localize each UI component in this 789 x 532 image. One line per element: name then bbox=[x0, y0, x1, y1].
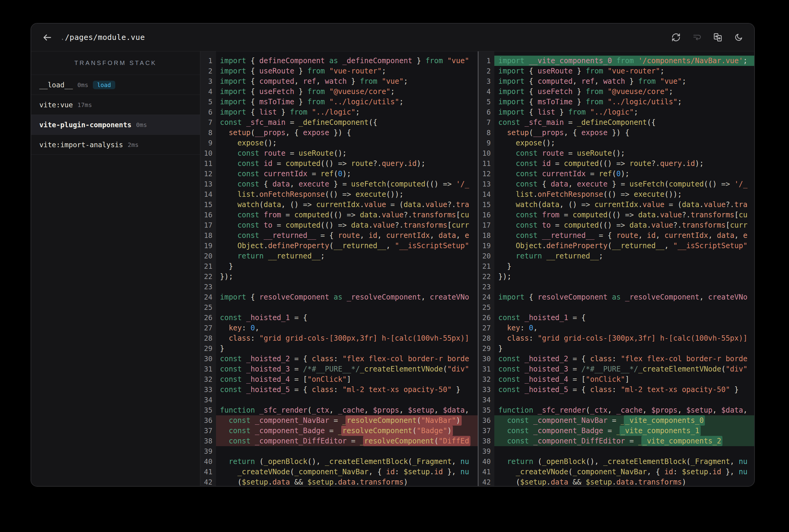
code-token: } bbox=[573, 98, 586, 106]
code-token bbox=[498, 252, 516, 260]
code-token: , bbox=[465, 406, 469, 414]
line-number: 9 bbox=[200, 138, 216, 148]
code-token: = bbox=[551, 221, 564, 229]
code-token: _openBlock bbox=[542, 457, 586, 466]
code-token: } bbox=[294, 87, 307, 96]
code-token: as bbox=[325, 57, 343, 65]
code-token: [ bbox=[447, 221, 452, 229]
side-by-side-diff-button[interactable] bbox=[713, 33, 722, 42]
line-number: 34 bbox=[479, 395, 494, 405]
code-token: data bbox=[638, 211, 656, 219]
code-token: "div" bbox=[447, 365, 469, 373]
code-token bbox=[220, 437, 229, 445]
code-token: ; bbox=[320, 252, 325, 260]
line-number: 10 bbox=[479, 148, 494, 158]
code-token: id bbox=[686, 159, 695, 168]
code-token: const bbox=[220, 375, 246, 384]
code-token: = bbox=[551, 159, 564, 168]
code-token: : bbox=[334, 385, 343, 394]
code-token bbox=[220, 221, 238, 229]
dark-mode-toggle-button[interactable] bbox=[734, 33, 743, 42]
code-token: , bbox=[421, 293, 430, 301]
code-token: } bbox=[498, 262, 511, 270]
code-token: useRoute bbox=[577, 149, 612, 157]
code-token: = bbox=[347, 437, 360, 445]
code-token: (() bbox=[325, 190, 343, 198]
line-number: 27 bbox=[479, 323, 494, 333]
code-panel-after[interactable]: 1import __vite_components_0 from '/compo… bbox=[478, 51, 754, 486]
code-token bbox=[220, 129, 229, 137]
code-token: (() bbox=[603, 190, 621, 198]
code-token: ( bbox=[607, 242, 612, 250]
code-token: { bbox=[251, 293, 259, 301]
code-token: data bbox=[551, 180, 568, 188]
code-token: /*#__PURE__*/ bbox=[303, 365, 360, 373]
code-text: const _hoisted_3 = /*#__PURE__*/_createE… bbox=[216, 364, 478, 374]
code-token: = bbox=[621, 180, 629, 188]
code-token: , bbox=[290, 180, 299, 188]
code-line: 41 _createVNode(_component_NavBar, { id:… bbox=[200, 467, 478, 477]
code-token: createVNo bbox=[430, 293, 469, 301]
code-token: _hoisted_5 bbox=[525, 385, 568, 394]
line-number: 21 bbox=[479, 261, 494, 271]
line-number: 6 bbox=[479, 107, 494, 117]
code-token: __returned__ bbox=[542, 231, 594, 240]
code-token: ( bbox=[686, 457, 691, 466]
code-token: . bbox=[647, 221, 651, 229]
line-number: 21 bbox=[200, 261, 216, 271]
code-token: (() bbox=[425, 180, 443, 188]
skip-transforms-button[interactable] bbox=[692, 33, 701, 42]
transform-stack-item-vite-import-analysis[interactable]: vite:import-analysis2ms bbox=[31, 135, 200, 155]
code-text: import { useRoute } from "vue-router"; bbox=[494, 66, 754, 76]
plugin-duration: 0ms bbox=[77, 81, 88, 89]
code-line: 32const _hoisted_4 = ["onClick"] bbox=[200, 374, 478, 384]
code-text: const id = computed(() => route?.query.i… bbox=[494, 158, 754, 169]
code-token: expose bbox=[238, 139, 264, 147]
load-badge: load bbox=[93, 81, 115, 89]
code-line: 18 const __returned__ = { route, id, cur… bbox=[200, 230, 478, 241]
code-token: ; bbox=[669, 87, 673, 96]
refresh-button[interactable] bbox=[671, 33, 681, 42]
code-token: value bbox=[660, 211, 682, 219]
code-token: = bbox=[568, 375, 581, 384]
transform-stack-item-vite-vue[interactable]: vite:vue17ms bbox=[31, 95, 200, 115]
code-token: (), bbox=[586, 457, 603, 466]
code-token: useFetch bbox=[351, 180, 386, 188]
code-token: = bbox=[564, 149, 577, 157]
code-line: 21 } bbox=[479, 261, 754, 271]
code-text: import { resolveComponent as _resolveCom… bbox=[216, 292, 478, 302]
title-path: /pages/module.vue bbox=[65, 33, 145, 42]
code-token: useRoute bbox=[537, 67, 573, 75]
code-token: (() bbox=[320, 159, 338, 168]
code-token: '/_ bbox=[734, 180, 747, 188]
code-token: ] bbox=[625, 375, 629, 384]
code-token: resolveComponent bbox=[347, 416, 417, 425]
code-token: e bbox=[743, 231, 747, 240]
code-token bbox=[730, 180, 734, 188]
code-token: /*#__PURE__*/ bbox=[582, 365, 638, 373]
transform-stack-item-vite-plugin-components[interactable]: vite-plugin-components0ms bbox=[31, 115, 200, 135]
code-token: { bbox=[251, 77, 259, 86]
code-line: 37 const _component_Badge = __vite_compo… bbox=[479, 425, 754, 436]
code-token bbox=[629, 190, 634, 198]
code-token: . bbox=[612, 478, 616, 486]
line-number: 23 bbox=[200, 282, 216, 292]
code-line: 22}); bbox=[200, 271, 478, 282]
code-panel-before[interactable]: 1import { defineComponent as _defineComp… bbox=[200, 51, 478, 486]
code-text: function _sfc_render(_ctx, _cache, $prop… bbox=[216, 405, 478, 415]
code-token: "vue" bbox=[660, 77, 682, 86]
code-token: Object bbox=[238, 242, 264, 250]
code-text: import { useFetch } from "@vueuse/core"; bbox=[494, 87, 754, 97]
code-line: 17 const to = computed(() => data.value?… bbox=[479, 220, 754, 230]
code-token bbox=[498, 170, 516, 178]
code-token: , bbox=[533, 324, 537, 332]
code-text: return __returned__; bbox=[494, 251, 754, 261]
code-token: _cache bbox=[338, 406, 364, 414]
back-button[interactable] bbox=[42, 32, 52, 43]
transform-stack-item--load-[interactable]: __load__0msload bbox=[31, 75, 200, 95]
code-token: } bbox=[294, 67, 307, 75]
code-token: route bbox=[338, 231, 360, 240]
code-token: msToTime bbox=[537, 98, 573, 106]
code-token: import bbox=[498, 293, 529, 301]
code-text bbox=[216, 282, 478, 292]
